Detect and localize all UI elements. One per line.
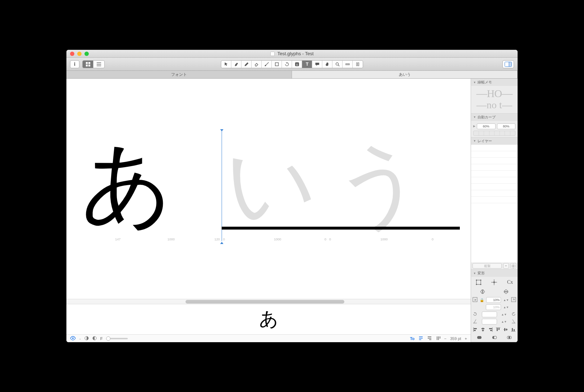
scale-down-icon[interactable] [472,297,478,303]
rotate-input[interactable] [482,312,497,317]
layer-row[interactable] [471,151,518,158]
curve-low-input[interactable]: 60% [477,123,496,129]
stroke-memo-header[interactable]: ▼ 線幅メモ [471,79,518,86]
list-view-button[interactable] [93,61,104,68]
subtract-icon[interactable] [488,335,501,340]
flip-horizontal-icon[interactable] [479,288,486,295]
content-area: あ い う 147 1000 120 0 1000 [66,79,518,342]
zoom-in-button[interactable]: + [465,336,467,341]
layers-header[interactable]: ▼ レイヤー [471,138,518,145]
align-hcenter-icon[interactable] [480,327,486,332]
layer-row[interactable] [471,171,518,177]
half-circle-icon[interactable] [92,336,97,341]
trueype-tool[interactable]: tt [292,61,302,68]
tab-edit[interactable]: あいう [292,71,518,78]
scale-x-input[interactable]: 10% [486,297,501,303]
layer-row[interactable] [471,177,518,184]
select-tool[interactable] [221,61,231,68]
align-right-icon[interactable] [488,327,494,332]
svg-point-12 [336,62,338,65]
preview-size-slider[interactable] [106,338,128,339]
text-direction-icon[interactable] [418,336,423,341]
transform-header[interactable]: ▼ 変形 [471,270,518,277]
scale-y-input[interactable]: 10% [486,304,501,310]
vertical-icon[interactable] [436,336,441,341]
align-vcenter-icon[interactable] [502,327,509,332]
disclosure-icon: ▼ [473,272,476,275]
pen-tool[interactable] [231,61,241,68]
pencil-tool[interactable] [241,61,252,68]
footer-f-label[interactable]: F [100,336,103,341]
curve-high-input[interactable]: 80% [497,123,516,129]
lock-icon[interactable]: 🔒 [480,298,484,302]
center-origin-icon[interactable] [491,279,497,286]
rotate-ccw-icon[interactable] [472,312,478,317]
layers-list[interactable] [471,145,518,262]
svg-rect-36 [474,328,477,329]
slant-input[interactable] [482,319,497,325]
scale-y-stepper-icon[interactable]: ▲▼ [503,306,509,309]
layer-options-button[interactable] [510,263,516,269]
knife-tool[interactable] [262,61,272,68]
flip-vertical-icon[interactable] [503,288,509,295]
union-icon[interactable] [472,335,486,340]
layer-row[interactable] [471,184,518,190]
align-left-icon[interactable] [472,327,479,332]
tab-font[interactable]: フォント [66,71,292,78]
edit-canvas[interactable]: あ い う 147 1000 120 0 1000 [66,79,471,299]
measurement-tool[interactable] [343,61,353,68]
transform-origin-row: Cx [472,278,516,286]
grid-view-button[interactable] [83,61,93,68]
svg-rect-5 [97,64,101,65]
svg-rect-6 [97,65,101,66]
layer-row[interactable] [471,197,518,203]
align-bottom-icon[interactable] [510,327,516,332]
kerning-mode-button[interactable]: To [410,336,415,341]
scale-stepper-icon[interactable]: ▲▼ [503,299,509,302]
align-top-icon[interactable] [495,327,501,332]
contrast-icon[interactable] [84,336,89,341]
horizontal-scrollbar[interactable] [66,299,471,304]
slant-right-icon[interactable] [511,319,516,325]
erase-tool[interactable] [252,61,262,68]
annotation-tool[interactable] [312,61,322,68]
layer-row[interactable] [471,190,518,197]
eye-icon[interactable] [70,336,76,341]
text-tool[interactable]: T [302,61,312,68]
glyph-cell-3[interactable]: う [330,127,438,239]
duplicate-layer-button[interactable]: 複製 [472,263,502,269]
layer-row[interactable] [471,158,518,164]
slant-left-icon[interactable] [472,319,478,325]
auto-curve-header[interactable]: ▼ 自動カーブ [471,114,518,121]
inspector-panel: ▼ 線幅メモ —HO— —no t— ▼ 自動カーブ ▶ 60% 8 [471,79,518,342]
scale-up-icon[interactable] [511,297,516,303]
glyph-cell-2[interactable]: い [222,127,330,239]
toggle-sidebar-button[interactable] [502,60,514,68]
hand-tool[interactable] [322,61,332,68]
other-tool[interactable] [353,61,363,68]
glyph-cell-1[interactable]: あ [77,127,186,239]
zoom-tool[interactable] [332,61,343,68]
primitive-tool[interactable] [272,61,282,68]
scrollbar-thumb[interactable] [186,300,344,304]
rotate-cw-icon[interactable] [511,312,516,317]
rtl-icon[interactable] [427,336,432,341]
expand-icon[interactable]: ▶ [473,125,475,128]
info-button[interactable]: i [70,60,79,68]
remove-layer-button[interactable]: − [503,263,509,269]
metric-lsb-3: 0 [329,238,331,241]
slant-stepper-icon[interactable]: ▲▼ [501,320,507,323]
rotate-tool[interactable] [282,61,292,68]
tab-strip: フォント あいう [66,71,518,79]
slider-knob[interactable] [106,336,110,341]
bbox-origin-icon[interactable] [475,279,482,286]
layer-row[interactable] [471,145,518,151]
intersect-icon[interactable] [502,335,516,340]
curve-presets[interactable] [473,131,515,136]
layer-row[interactable] [471,164,518,171]
capheight-origin-icon[interactable]: Cx [507,279,513,286]
point-size-value[interactable]: 359 pt [450,336,461,341]
svg-point-21 [72,337,74,339]
zoom-out-button[interactable]: − [444,336,446,341]
rotate-stepper-icon[interactable]: ▲▼ [501,313,507,316]
